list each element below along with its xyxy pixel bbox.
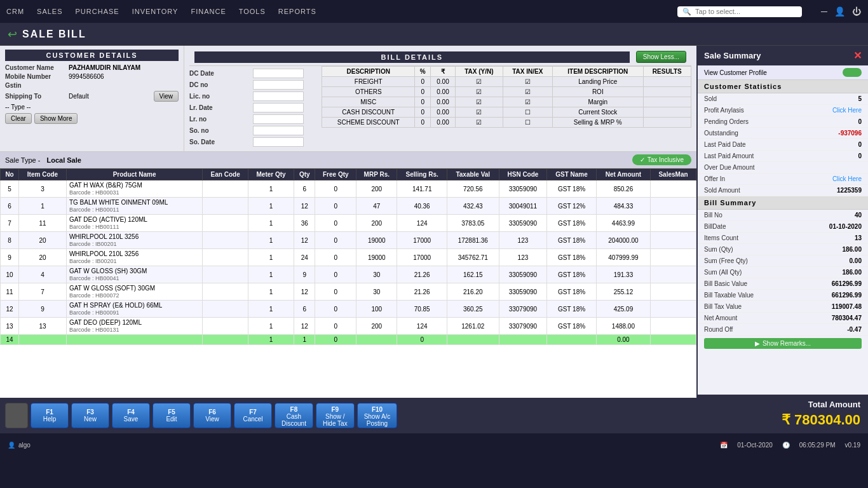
nav-item-sales[interactable]: SALES: [37, 8, 62, 15]
desc-cell: FREIGHT: [322, 77, 415, 87]
table-row[interactable]: 13 13 GAT DEO (DEEP) 120MLBarcode : HB00…: [1, 318, 696, 335]
bill-stat-value: 661296.99: [832, 280, 862, 287]
gst-cell: GST 18%: [547, 283, 597, 301]
tax-inex-cell: ☑: [503, 77, 552, 87]
table-row[interactable]: 5 3 GAT H WAX (B&R) 75GMBarcode : HB0003…: [1, 180, 696, 198]
clear-button[interactable]: Clear: [5, 113, 32, 124]
time: 06:05:29 PM: [799, 442, 836, 449]
fn-empty-button[interactable]: [5, 403, 28, 428]
selling-cell: 141.71: [397, 180, 447, 198]
view-button[interactable]: View: [154, 91, 179, 102]
tax-yn-cell: ☑: [456, 77, 503, 87]
table-row[interactable]: 12 9 GAT H SPRAY (E& HOLD) 66MLBarcode :…: [1, 301, 696, 318]
sale-summary-title: Sale Summary: [704, 51, 761, 60]
f6-view-button[interactable]: F6View: [193, 403, 231, 428]
total-amount-label: Total Amount: [705, 400, 860, 409]
customer-section: CUSTOMER DETAILS Customer Name PAZHAMUDI…: [0, 46, 184, 151]
lr-date-input[interactable]: [253, 103, 304, 112]
show-more-button[interactable]: Show More: [34, 113, 78, 124]
f8-cash-discount-button[interactable]: F8CashDiscount: [275, 403, 313, 428]
sale-type-label: Sale Type -: [5, 156, 40, 164]
ean-cell: [203, 215, 248, 232]
f4-save-button[interactable]: F4Save: [112, 403, 150, 428]
bill-stat-row: Bill Tax Value119007.48: [698, 301, 868, 313]
nav-item-purchase[interactable]: PURCHASE: [76, 8, 119, 15]
so-no-input[interactable]: [253, 126, 304, 135]
hsn-cell: 33079090: [499, 301, 547, 318]
table-row[interactable]: 7 11 GAT DEO (ACTIVE) 120MLBarcode : HB0…: [1, 215, 696, 232]
search-input[interactable]: [695, 8, 797, 15]
item-code-cell: 20: [19, 232, 67, 249]
selling-cell: 40.36: [397, 198, 447, 215]
free-qty-cell: 0: [315, 215, 356, 232]
qty-cell: 24: [294, 249, 315, 266]
selling-cell: 124: [397, 215, 447, 232]
result-cell: [643, 87, 691, 97]
result-cell: [643, 77, 691, 87]
f9-show-hide-tax-button[interactable]: F9Show /Hide Tax: [316, 403, 355, 428]
no-cell: 14: [1, 335, 19, 345]
nav-item-crm[interactable]: CRM: [6, 8, 24, 15]
nav-item-inventory[interactable]: INVENTORY: [132, 8, 179, 15]
f10-show-ac-posting-button[interactable]: F10Show A/cPosting: [357, 403, 398, 428]
nav-item-reports[interactable]: REPORTS: [278, 8, 316, 15]
table-header-ean-code: Ean Code: [203, 169, 248, 180]
data-table-container[interactable]: NoItem CodeProduct NameEan CodeMeter Qty…: [0, 168, 696, 398]
f1-help-button[interactable]: F1Help: [31, 403, 69, 428]
type-row: -- Type --: [5, 104, 179, 111]
minimize-icon[interactable]: ─: [821, 6, 828, 17]
so-date-input[interactable]: [253, 137, 304, 147]
product-name-cell: GAT DEO (ACTIVE) 120MLBarcode : HB00111: [66, 215, 202, 232]
table-row[interactable]: 6 1 TG BALM WHITE OINMENT 09MLBarcode : …: [1, 198, 696, 215]
qty-cell: 6: [294, 301, 315, 318]
back-icon[interactable]: ↩: [8, 27, 17, 41]
salesman-cell: [651, 283, 696, 301]
bill-stat-value: 13: [855, 234, 862, 241]
bill-stats: Bill No40BillDate01-10-2020Items Count13…: [698, 210, 868, 336]
dc-no-input[interactable]: [253, 80, 304, 90]
meter-qty-cell: 1: [248, 249, 294, 266]
stat-value: 5: [858, 95, 862, 102]
table-row[interactable]: 10 4 GAT W GLOSS (SH) 30GMBarcode : HB00…: [1, 266, 696, 283]
search-bar[interactable]: 🔍: [677, 6, 802, 17]
toggle-on[interactable]: [843, 68, 862, 77]
f5-edit-button[interactable]: F5Edit: [153, 403, 191, 428]
f7-cancel-button[interactable]: F7Cancel: [234, 403, 272, 428]
lic-no-input[interactable]: [253, 92, 304, 101]
stat-value[interactable]: Click Here: [832, 107, 862, 114]
table-row[interactable]: 11 7 GAT W GLOSS (SOFT) 30GMBarcode : HB…: [1, 283, 696, 301]
show-remarks-button[interactable]: ▶ Show Remarks...: [704, 338, 862, 349]
mrp-cell: 19000: [356, 249, 397, 266]
user-info: 👤 algo: [8, 442, 31, 449]
ean-cell: [203, 198, 248, 215]
dc-date-input[interactable]: [253, 69, 304, 78]
tax-inex-cell: ☑: [503, 97, 552, 107]
tax-inclusive-button[interactable]: ✓ Tax Inclusive: [632, 154, 691, 165]
bill-stat-row: Sum (Qty)186.00: [698, 244, 868, 255]
profile-icon[interactable]: 👤: [834, 6, 846, 17]
sale-type-value: Local Sale: [46, 156, 81, 164]
bill-stat-value: 01-10-2020: [829, 223, 862, 230]
show-less-button[interactable]: Show Less...: [636, 51, 686, 63]
hsn-cell: 123: [499, 232, 547, 249]
result-cell: [643, 118, 691, 128]
close-button[interactable]: ✕: [853, 50, 862, 62]
meter-qty-cell: 1: [248, 318, 294, 335]
table-row[interactable]: 9 20 WHIRLPOOL 210L 3256Barcode : IB0020…: [1, 249, 696, 266]
stat-value[interactable]: Click Here: [832, 175, 862, 182]
table-row[interactable]: 8 20 WHIRLPOOL 210L 3256Barcode : IB0020…: [1, 232, 696, 249]
ean-cell: [203, 301, 248, 318]
power-icon[interactable]: ⏻: [852, 6, 862, 17]
lr-no-label: Lr. no: [189, 116, 253, 123]
nav-item-finance[interactable]: FINANCE: [191, 8, 226, 15]
result-cell: [643, 97, 691, 107]
item-code-cell: 4: [19, 266, 67, 283]
table-row[interactable]: 14 1 1 0 0 0.00: [1, 335, 696, 345]
lr-no-input[interactable]: [253, 114, 304, 124]
pct-cell: 0: [415, 77, 431, 87]
tax-yn-cell: ☑: [456, 87, 503, 97]
nav-item-tools[interactable]: TOOLS: [239, 8, 266, 15]
f3-new-button[interactable]: F3New: [71, 403, 109, 428]
hsn-cell: 33059090: [499, 215, 547, 232]
net-amount-cell: 191.33: [596, 266, 650, 283]
